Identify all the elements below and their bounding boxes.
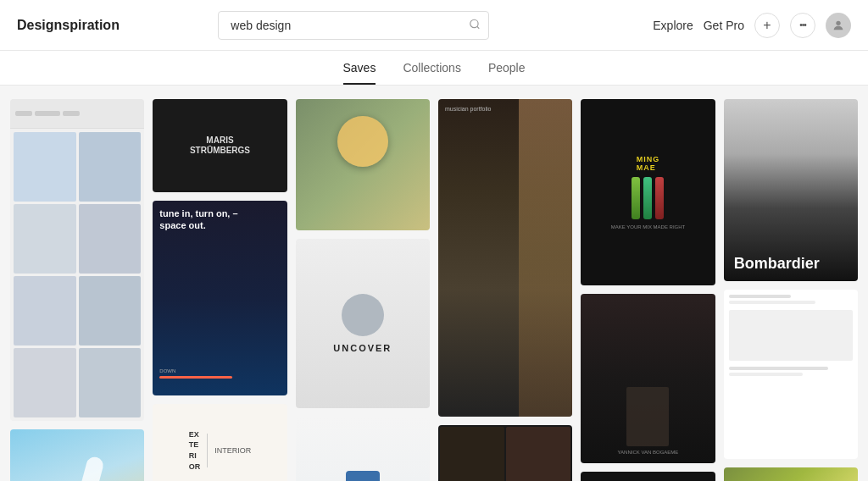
grid-item-11[interactable]: YANNICK VAN BOGAEME bbox=[581, 294, 715, 463]
search-icon bbox=[469, 18, 481, 30]
tab-collections[interactable]: Collections bbox=[403, 61, 460, 85]
more-button[interactable]: ••• bbox=[790, 13, 815, 38]
grid-item-8[interactable]: musician portfolio bbox=[438, 99, 572, 417]
image-grid: Making Blackbelt Inc. MARIS STRŪMBERGS t… bbox=[0, 86, 868, 481]
grid-item-11b[interactable]: Mae Your Mix bbox=[581, 472, 715, 481]
grid-item-3[interactable]: tune in, turn on, –space out. DOWN bbox=[153, 201, 287, 395]
add-button[interactable]: + bbox=[754, 13, 780, 38]
tab-saves[interactable]: Saves bbox=[343, 61, 376, 85]
grid-item-bottom-2[interactable]: EXTERIOR INTERIOR bbox=[153, 404, 287, 481]
avatar[interactable] bbox=[826, 13, 851, 38]
grid-item-15[interactable] bbox=[724, 467, 858, 481]
logo[interactable]: Designspiration bbox=[17, 18, 120, 33]
svg-point-0 bbox=[470, 19, 478, 27]
header-right: Explore Get Pro + ••• bbox=[653, 13, 851, 38]
add-icon: + bbox=[763, 18, 771, 33]
more-icon: ••• bbox=[799, 20, 806, 30]
svg-line-1 bbox=[477, 26, 480, 29]
grid-item-9[interactable] bbox=[438, 425, 572, 481]
grid-item-6[interactable]: UNCOVER bbox=[296, 239, 430, 408]
explore-link[interactable]: Explore bbox=[653, 19, 693, 32]
getpro-link[interactable]: Get Pro bbox=[704, 19, 744, 32]
header: Designspiration Explore Get Pro + ••• bbox=[0, 0, 868, 51]
search-container bbox=[218, 11, 489, 40]
tab-people[interactable]: People bbox=[488, 61, 526, 85]
grid-item-bottom-1[interactable]: MARIS STRŪMBERGS bbox=[153, 99, 287, 192]
search-input[interactable] bbox=[218, 11, 489, 40]
grid-item-2[interactable]: Making Blackbelt Inc. bbox=[10, 429, 144, 481]
grid-item-7[interactable]: website redesign bbox=[296, 417, 430, 481]
search-icon-button[interactable] bbox=[469, 18, 481, 32]
svg-point-2 bbox=[836, 20, 840, 25]
grid-item-5[interactable] bbox=[296, 99, 430, 230]
grid-item-13[interactable]: Bombardier bbox=[724, 99, 858, 281]
grid-item-10[interactable]: MINGMAE MAKE YOUR MIX MADE RIGHT bbox=[581, 99, 715, 285]
grid-item-1[interactable] bbox=[10, 99, 144, 421]
grid-item-14[interactable] bbox=[724, 290, 858, 459]
tabs: Saves Collections People bbox=[0, 51, 868, 86]
user-icon bbox=[832, 19, 845, 32]
